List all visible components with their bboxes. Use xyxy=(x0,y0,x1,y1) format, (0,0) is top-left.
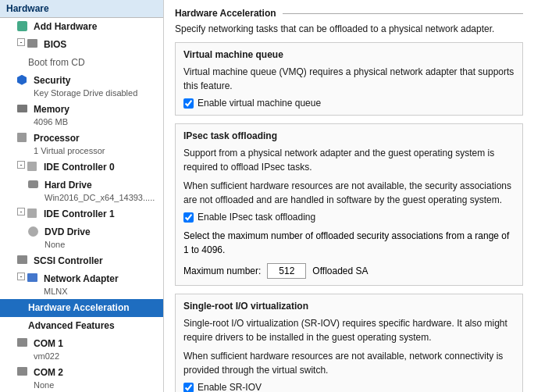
bios-icon xyxy=(27,39,40,52)
sriov-checkbox-label: Enable SR-IOV xyxy=(198,382,262,392)
sidebar-item-hardware-acceleration[interactable]: Hardware Acceleration xyxy=(0,299,163,317)
vmq-checkbox-row: Enable virtual machine queue xyxy=(183,98,514,109)
sidebar-item-security[interactable]: Security Key Storage Drive disabled xyxy=(0,72,163,101)
ipsec-title: IPsec task offloading xyxy=(183,130,514,141)
bios-expander[interactable]: - xyxy=(17,38,25,46)
sidebar-item-memory[interactable]: Memory 4096 MB xyxy=(0,101,163,130)
sidebar-item-ide1[interactable]: - IDE Controller 1 xyxy=(0,205,163,223)
ide1-label: IDE Controller 1 xyxy=(44,208,115,219)
scsi-icon xyxy=(17,255,30,268)
ipsec-section: IPsec task offloading Support from a phy… xyxy=(175,123,523,286)
sriov-title: Single-root I/O virtualization xyxy=(183,301,514,312)
com2-label: COM 2 xyxy=(34,367,63,378)
com1-sub: vm022 xyxy=(34,351,158,362)
sidebar-item-add-hardware[interactable]: Add Hardware xyxy=(0,18,163,36)
bios-label: BIOS xyxy=(44,39,66,50)
add-hardware-label: Add Hardware xyxy=(34,21,97,32)
ide1-icon xyxy=(27,208,40,221)
sriov-text2: When sufficient hardware resources are n… xyxy=(183,349,514,377)
sidebar-item-hard-drive[interactable]: Hard Drive Win2016_DC_x64_14393..... xyxy=(0,176,163,205)
vmq-section: Virtual machine queue Virtual machine qu… xyxy=(175,42,523,116)
page-title: Hardware Acceleration xyxy=(175,8,523,19)
hardware-section-title: Hardware xyxy=(0,0,163,18)
memory-icon xyxy=(17,104,30,116)
nic-label: Network Adapter xyxy=(44,273,119,284)
dvd-label: DVD Drive xyxy=(44,226,91,237)
vmq-text: Virtual machine queue (VMQ) requires a p… xyxy=(183,65,514,93)
sidebar-item-boot-from-cd[interactable]: Boot from CD xyxy=(0,54,163,72)
processor-icon xyxy=(17,133,30,145)
dvd-icon xyxy=(28,226,41,239)
ipsec-text2: When sufficient hardware resources are n… xyxy=(183,179,514,207)
memory-sub: 4096 MB xyxy=(34,116,158,127)
dvd-sub: None xyxy=(44,239,158,250)
sidebar-item-network-adapter[interactable]: - Network Adapter MLNX xyxy=(0,270,163,299)
ipsec-checkbox-label: Enable IPsec task offloading xyxy=(198,212,315,223)
max-number-row: Maximum number: 512 Offloaded SA xyxy=(183,263,514,279)
offloaded-sa-label: Offloaded SA xyxy=(312,265,368,276)
com2-icon xyxy=(17,367,30,380)
page-description: Specify networking tasks that can be off… xyxy=(175,22,523,36)
sidebar-item-dvd[interactable]: DVD Drive None xyxy=(0,223,163,252)
ipsec-text1: Support from a physical network adapter … xyxy=(183,146,514,174)
max-number-desc: Select the maximum number of offloaded s… xyxy=(183,229,514,257)
main-panel: Hardware Acceleration Specify networking… xyxy=(164,0,534,392)
sidebar-item-processor[interactable]: Processor 1 Virtual processor xyxy=(0,130,163,159)
sidebar-item-bios[interactable]: - BIOS xyxy=(0,36,163,54)
adv-features-label: Advanced Features xyxy=(28,320,115,331)
vmq-checkbox[interactable] xyxy=(183,98,194,109)
ide0-expander[interactable]: - xyxy=(17,161,25,169)
processor-label: Processor xyxy=(34,133,80,144)
nic-sub: MLNX xyxy=(44,286,158,297)
com2-sub: None xyxy=(34,380,158,390)
sriov-checkbox[interactable] xyxy=(183,383,194,393)
scsi-label: SCSI Controller xyxy=(34,255,103,266)
ipsec-checkbox[interactable] xyxy=(183,212,194,223)
ipsec-checkbox-row: Enable IPsec task offloading xyxy=(183,212,514,223)
ide1-expander[interactable]: - xyxy=(17,208,25,216)
hdd-icon xyxy=(28,180,41,192)
ide0-label: IDE Controller 0 xyxy=(44,162,115,173)
sidebar-item-ide0[interactable]: - IDE Controller 0 xyxy=(0,159,163,176)
vmq-checkbox-label: Enable virtual machine queue xyxy=(198,98,321,109)
sidebar-item-scsi[interactable]: SCSI Controller xyxy=(0,252,163,270)
max-number-label: Maximum number: xyxy=(183,265,261,276)
ide0-icon xyxy=(27,162,40,174)
nic-expander[interactable]: - xyxy=(17,273,25,280)
max-number-input[interactable]: 512 xyxy=(267,263,306,279)
boot-from-cd-label: Boot from CD xyxy=(28,57,85,68)
hw-accel-label: Hardware Acceleration xyxy=(28,302,130,313)
sriov-section: Single-root I/O virtualization Single-ro… xyxy=(175,294,523,392)
nic-icon xyxy=(27,273,40,286)
vmq-title: Virtual machine queue xyxy=(183,49,514,60)
hdd-sub: Win2016_DC_x64_14393..... xyxy=(44,192,158,203)
security-sub: Key Storage Drive disabled xyxy=(34,87,158,98)
com1-label: COM 1 xyxy=(34,338,63,349)
memory-label: Memory xyxy=(34,104,69,115)
add-hardware-icon xyxy=(17,21,30,34)
sidebar: Hardware Add Hardware - BIOS Boot from C… xyxy=(0,0,164,392)
processor-sub: 1 Virtual processor xyxy=(34,145,158,156)
sidebar-item-advanced-features[interactable]: Advanced Features xyxy=(0,317,163,335)
com1-icon xyxy=(17,338,30,351)
sidebar-item-com1[interactable]: COM 1 vm022 xyxy=(0,335,163,364)
hdd-label: Hard Drive xyxy=(44,180,92,191)
security-label: Security xyxy=(34,75,70,86)
sidebar-item-com2[interactable]: COM 2 None xyxy=(0,364,163,392)
sriov-checkbox-row: Enable SR-IOV xyxy=(183,382,514,392)
security-icon xyxy=(17,75,30,87)
sriov-text1: Single-root I/O virtualization (SR-IOV) … xyxy=(183,316,514,344)
